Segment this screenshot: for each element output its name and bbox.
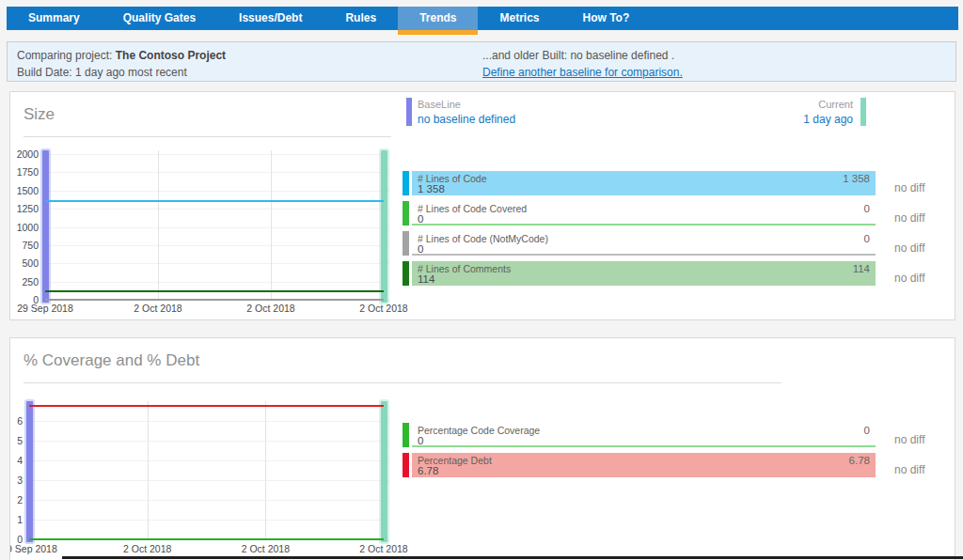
series-line (29, 405, 384, 407)
divider (24, 136, 391, 137)
y-axis-tick: 4 (10, 455, 23, 466)
x-axis-label: 2 Oct 2018 (223, 543, 308, 554)
x-axis-label: 2 Oct 2018 (116, 303, 200, 314)
v-gridline (45, 150, 46, 300)
y-axis-tick: 2 (10, 494, 23, 506)
baseline-legend-value: no baseline defined (418, 112, 515, 127)
v-gridline (148, 401, 149, 539)
metric-row-percentage-debt[interactable]: Percentage Debt 6.78 6.78 no diff (403, 453, 955, 477)
series-line (45, 299, 384, 301)
v-gridline (384, 401, 385, 539)
metric-box: Percentage Debt 6.78 6.78 (412, 453, 876, 477)
v-gridline (271, 150, 272, 300)
comparison-info-bar: Comparing project: The Contoso Project B… (7, 41, 956, 82)
metric-value: 0 (418, 435, 423, 446)
metric-color-bar (403, 261, 409, 286)
y-axis-tick: 2000 (10, 148, 39, 160)
metric-value: 114 (418, 273, 434, 285)
h-gridline (45, 263, 389, 264)
h-gridline (45, 245, 389, 246)
current-marker-band (381, 150, 387, 303)
x-axis-label: 2 Oct 2018 (105, 543, 190, 554)
metric-row-lines-of-code[interactable]: # Lines of Code 1 358 1 358 no diff (403, 171, 955, 195)
baseline-legend-swatch (406, 98, 412, 126)
size-panel-title: Size (24, 105, 55, 124)
comparing-project-line: Comparing project: The Contoso Project (17, 47, 226, 64)
h-gridline (45, 300, 389, 301)
tab-summary[interactable]: Summary (7, 7, 102, 30)
series-line (45, 290, 384, 292)
metric-box: # Lines of Comments 114 114 (412, 261, 876, 286)
baseline-legend: BaseLine no baseline defined (418, 98, 515, 127)
metric-current-value: 114 (853, 263, 870, 274)
current-legend-swatch (860, 98, 866, 126)
series-line (29, 538, 384, 540)
h-gridline (29, 421, 389, 422)
metric-box: # Lines of Code (NotMyCode) 0 0 (412, 231, 876, 256)
metric-diff-label: no diff (894, 272, 924, 285)
metric-row-lines-covered[interactable]: # Lines of Code Covered 0 0 no diff (403, 201, 955, 226)
tab-metrics[interactable]: Metrics (478, 7, 560, 30)
metric-current-value: 1 358 (843, 173, 870, 184)
metric-value: 0 (418, 213, 423, 225)
comparison-info-left: Comparing project: The Contoso Project B… (17, 47, 226, 81)
metric-name: # Lines of Code Covered (418, 203, 527, 214)
tab-quality-gates[interactable]: Quality Gates (102, 7, 217, 30)
coverage-debt-panel-title: % Coverage and % Debt (24, 351, 199, 370)
project-name: The Contoso Project (116, 49, 226, 62)
h-gridline (29, 500, 389, 501)
coverage-debt-trend-chart: 012345629 Sep 20182 Oct 20182 Oct 20182 … (10, 338, 955, 560)
define-baseline-link[interactable]: Define another baseline for comparison. (482, 66, 683, 79)
y-axis-tick: 0 (10, 534, 23, 545)
x-axis-label: 29 Sep 2018 (9, 543, 71, 554)
h-gridline (45, 191, 389, 192)
tab-rules[interactable]: Rules (324, 7, 398, 30)
series-line (45, 200, 384, 202)
metric-name: Percentage Code Coverage (418, 425, 540, 436)
metric-diff-label: no diff (894, 463, 924, 476)
y-axis-tick: 1500 (10, 185, 39, 196)
size-panel: Size BaseLine no baseline defined Curren… (9, 91, 955, 320)
current-legend: Current 1 day ago (669, 98, 853, 127)
comparing-label: Comparing project: (17, 49, 112, 62)
metric-row-lines-of-comments[interactable]: # Lines of Comments 114 114 no diff (403, 261, 955, 286)
y-axis-tick: 5 (10, 435, 23, 446)
metric-diff-label: no diff (894, 181, 924, 194)
y-axis-tick: 750 (10, 240, 39, 251)
x-axis-label: 2 Oct 2018 (229, 303, 313, 314)
tab-how-to[interactable]: How To? (561, 7, 652, 30)
metric-current-value: 6.78 (849, 455, 870, 466)
metric-box: # Lines of Code Covered 0 0 (412, 201, 876, 226)
build-date-line: Build Date: 1 day ago most recent (17, 64, 226, 81)
v-gridline (158, 150, 159, 300)
metric-current-value: 0 (864, 233, 870, 244)
h-gridline (29, 480, 389, 481)
metric-row-lines-notmycode[interactable]: # Lines of Code (NotMyCode) 0 0 no diff (403, 231, 955, 256)
series-line (45, 299, 384, 301)
v-gridline (384, 150, 385, 300)
current-marker-band (381, 401, 387, 542)
v-gridline (29, 401, 30, 539)
h-gridline (45, 209, 389, 210)
tab-trends[interactable]: Trends (398, 7, 478, 30)
metric-box: Percentage Code Coverage 0 0 (412, 423, 876, 447)
y-axis-tick: 3 (10, 474, 23, 486)
current-legend-value: 1 day ago (669, 112, 853, 127)
metric-name: # Lines of Code (NotMyCode) (418, 233, 548, 244)
baseline-marker-band (26, 401, 33, 542)
divider (24, 382, 781, 383)
h-gridline (29, 441, 389, 442)
v-gridline (265, 401, 266, 539)
tab-issues-debt[interactable]: Issues/Debt (217, 7, 324, 30)
metric-current-value: 0 (864, 425, 870, 436)
y-axis-tick: 1250 (10, 203, 39, 214)
y-axis-tick: 1750 (10, 166, 39, 178)
older-built-line: ...and older Built: no baseline defined … (482, 47, 683, 64)
metric-box: # Lines of Code 1 358 1 358 (412, 171, 876, 195)
metric-color-bar (403, 231, 409, 256)
y-axis-tick: 1 (10, 514, 23, 525)
metric-row-percentage-coverage[interactable]: Percentage Code Coverage 0 0 no diff (403, 423, 955, 447)
coverage-debt-panel: % Coverage and % Debt 012345629 Sep 2018… (9, 337, 955, 560)
metric-diff-label: no diff (894, 241, 924, 255)
y-axis-tick: 6 (10, 415, 23, 427)
